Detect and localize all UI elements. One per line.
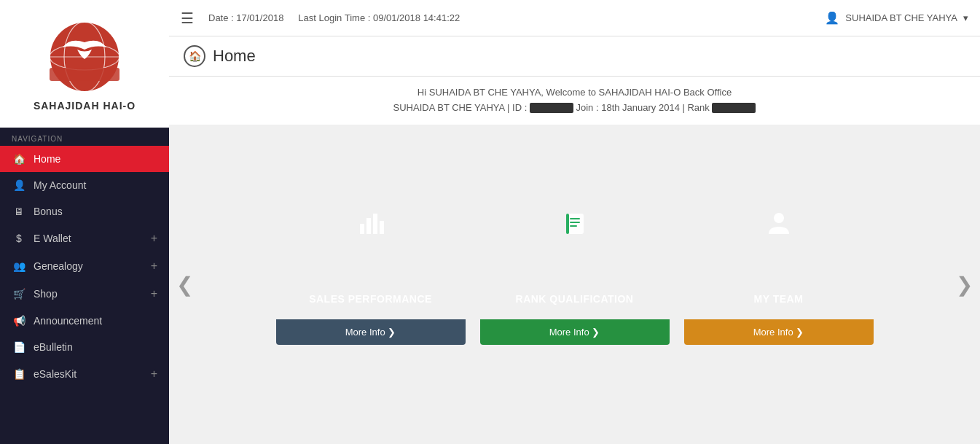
svg-rect-7 xyxy=(360,224,364,234)
sidebar-item-label-esaleskit: eSalesKit xyxy=(34,368,77,380)
user-icon: 👤 xyxy=(12,179,26,191)
expand-icon: + xyxy=(151,260,157,273)
sidebar-item-label-ebulletin: eBulletin xyxy=(34,341,73,353)
sidebar: SAHAJIDAH HAI-O NAVIGATION 🏠 Home 👤 My A… xyxy=(0,0,169,444)
svg-rect-13 xyxy=(570,218,580,219)
card-sales-performance[interactable]: SALES PERFORMANCE More Info ❯ xyxy=(276,224,466,345)
sidebar-item-label-e-wallet: E Wallet xyxy=(34,233,71,244)
topbar-date: Date : 17/01/2018 xyxy=(208,12,283,23)
sidebar-item-shop[interactable]: 🛒 Shop + xyxy=(0,280,169,308)
book-icon xyxy=(562,211,588,237)
dropdown-arrow-icon: ▾ xyxy=(963,12,968,23)
svg-rect-14 xyxy=(570,222,580,223)
sales-performance-icon-wrap xyxy=(345,198,396,249)
wallet-icon: $ xyxy=(12,233,26,244)
sidebar-nav: 🏠 Home 👤 My Account 🖥 Bonus $ E Wallet +… xyxy=(0,146,169,388)
sidebar-item-announcement[interactable]: 📢 Announcement xyxy=(0,308,169,334)
svg-rect-9 xyxy=(373,214,377,234)
sales-card-title: SALES PERFORMANCE xyxy=(276,279,466,319)
sidebar-item-label-genealogy: Genealogy xyxy=(34,260,83,272)
announcement-icon: 📢 xyxy=(12,315,26,327)
svg-point-16 xyxy=(774,213,784,223)
sidebar-item-label-announcement: Announcement xyxy=(34,315,102,327)
team-card-body: MY TEAM More Info ❯ xyxy=(684,249,874,345)
sales-more-info-label: More Info ❯ xyxy=(345,327,396,338)
topbar-left: ☰ Date : 17/01/2018 Last Login Time : 09… xyxy=(181,9,460,27)
main-content: ☰ Date : 17/01/2018 Last Login Time : 09… xyxy=(169,0,980,444)
user-avatar-icon: 👤 xyxy=(825,11,839,25)
sidebar-logo: SAHAJIDAH HAI-O xyxy=(0,0,169,128)
svg-rect-10 xyxy=(380,221,384,234)
welcome-prefix: SUHAIDA BT CHE YAHYA | ID : xyxy=(393,102,530,113)
user-rank-masked xyxy=(712,103,756,113)
bonus-icon: 🖥 xyxy=(12,206,26,217)
sidebar-item-label-shop: Shop xyxy=(34,288,58,300)
rank-more-info-button[interactable]: More Info ❯ xyxy=(480,319,670,345)
bar-chart-icon xyxy=(358,211,384,237)
rank-card-body: RANK QUALIFICATION More Info ❯ xyxy=(480,249,670,345)
topbar-username: SUHAIDA BT CHE YAHYA xyxy=(845,12,957,23)
card-my-team[interactable]: MY TEAM More Info ❯ xyxy=(684,224,874,345)
sidebar-item-bonus[interactable]: 🖥 Bonus xyxy=(0,198,169,225)
carousel-prev-button[interactable]: ❮ xyxy=(176,273,193,297)
sidebar-item-e-wallet[interactable]: $ E Wallet + xyxy=(0,225,169,252)
team-title-text: MY TEAM xyxy=(754,293,804,305)
welcome-line1: Hi SUHAIDA BT CHE YAHYA, Welcome to SAHA… xyxy=(184,85,965,101)
person-icon xyxy=(766,211,792,237)
sidebar-item-my-account[interactable]: 👤 My Account xyxy=(0,172,169,198)
sidebar-item-ebulletin[interactable]: 📄 eBulletin xyxy=(0,334,169,360)
welcome-middle: Join : 18th January 2014 | Rank xyxy=(573,102,713,113)
shop-icon: 🛒 xyxy=(12,288,26,300)
team-more-info-label: More Info ❯ xyxy=(753,327,804,338)
sidebar-item-esaleskit[interactable]: 📋 eSalesKit + xyxy=(0,360,169,388)
home-icon: 🏠 xyxy=(12,153,26,165)
my-team-icon-wrap xyxy=(753,198,804,249)
topbar-last-login: Last Login Time : 09/01/2018 14:41:22 xyxy=(298,12,460,23)
rank-title-text: RANK QUALIFICATION xyxy=(516,293,634,305)
home-circle-icon: 🏠 xyxy=(184,45,205,67)
user-id-masked xyxy=(530,103,573,113)
expand-icon: + xyxy=(151,367,157,381)
sales-more-info-button[interactable]: More Info ❯ xyxy=(276,319,466,345)
rank-card-title: RANK QUALIFICATION xyxy=(480,279,670,319)
svg-rect-4 xyxy=(50,68,119,81)
cards-area: ❮ SALES PERFORMANCE M xyxy=(169,125,980,444)
sales-title-text: SALES PERFORMANCE xyxy=(309,293,432,305)
sidebar-item-label-my-account: My Account xyxy=(34,179,86,191)
welcome-line2: SUHAIDA BT CHE YAHYA | ID : Join : 18th … xyxy=(184,101,965,116)
nav-section-label: NAVIGATION xyxy=(0,128,169,146)
svg-rect-12 xyxy=(566,214,569,234)
ebulletin-icon: 📄 xyxy=(12,341,26,353)
topbar: ☰ Date : 17/01/2018 Last Login Time : 09… xyxy=(169,0,980,36)
carousel-next-button[interactable]: ❯ xyxy=(956,273,973,297)
svg-rect-15 xyxy=(570,225,577,227)
sidebar-item-label-bonus: Bonus xyxy=(34,206,63,217)
sidebar-item-label-home: Home xyxy=(34,153,60,165)
expand-icon: + xyxy=(151,232,157,245)
team-more-info-button[interactable]: More Info ❯ xyxy=(684,319,874,345)
rank-qualification-icon-wrap xyxy=(549,198,600,249)
team-card-title: MY TEAM xyxy=(684,279,874,319)
svg-rect-8 xyxy=(366,218,371,234)
brand-name: SAHAJIDAH HAI-O xyxy=(34,100,136,112)
expand-icon: + xyxy=(151,287,157,300)
page-title: Home xyxy=(213,47,256,66)
topbar-user-menu[interactable]: 👤 SUHAIDA BT CHE YAHYA ▾ xyxy=(825,11,968,25)
sidebar-item-genealogy[interactable]: 👥 Genealogy + xyxy=(0,252,169,280)
genealogy-icon: 👥 xyxy=(12,260,26,272)
logo-image xyxy=(44,17,125,97)
rank-more-info-label: More Info ❯ xyxy=(549,327,600,338)
hamburger-button[interactable]: ☰ xyxy=(181,9,194,27)
welcome-banner: Hi SUHAIDA BT CHE YAHYA, Welcome to SAHA… xyxy=(169,77,980,125)
cards-container: SALES PERFORMANCE More Info ❯ xyxy=(276,224,874,345)
card-rank-qualification[interactable]: RANK QUALIFICATION More Info ❯ xyxy=(480,224,670,345)
esaleskit-icon: 📋 xyxy=(12,368,26,380)
sidebar-item-home[interactable]: 🏠 Home xyxy=(0,146,169,172)
page-header: 🏠 Home xyxy=(169,36,980,77)
sales-card-body: SALES PERFORMANCE More Info ❯ xyxy=(276,249,466,345)
